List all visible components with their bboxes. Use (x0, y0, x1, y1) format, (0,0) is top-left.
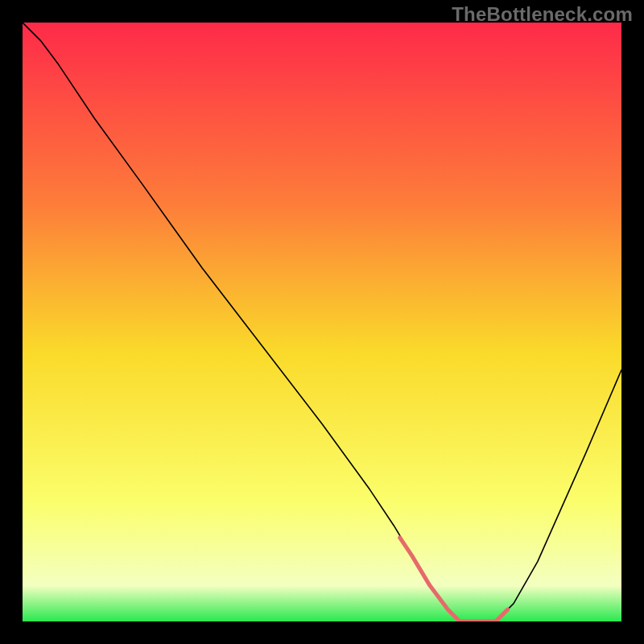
chart-frame: TheBottleneck.com (0, 0, 644, 644)
chart-background (23, 23, 621, 621)
chart-canvas (23, 23, 621, 621)
watermark-label: TheBottleneck.com (452, 3, 633, 26)
